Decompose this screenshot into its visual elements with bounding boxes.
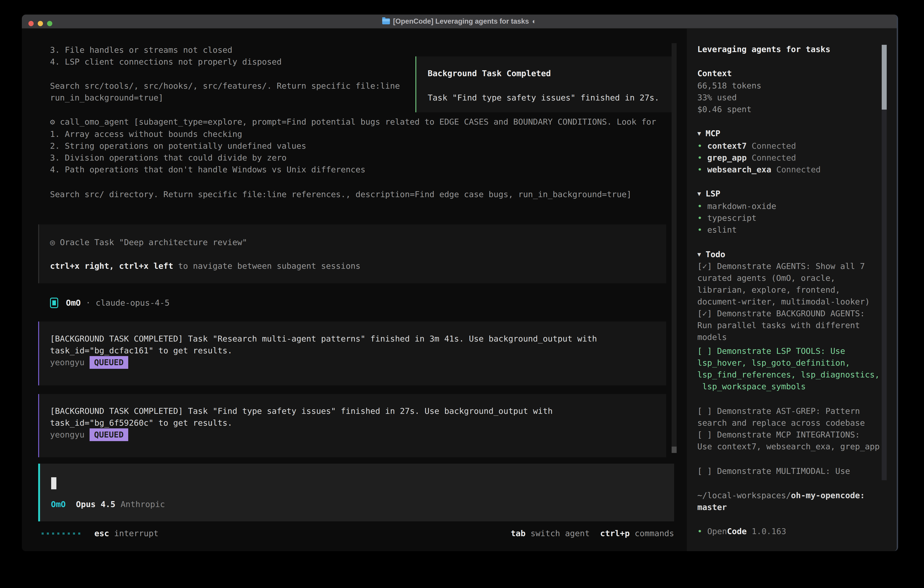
brand-code: Code (727, 525, 747, 537)
titlebar[interactable]: [OpenCode] Leveraging agents for tasks ◐ (22, 15, 897, 29)
lsp-name: eslint (707, 224, 737, 236)
mcp-status: Connected (776, 164, 820, 175)
lsp-name: typescript (707, 212, 757, 224)
separator-dot: · (86, 297, 91, 309)
tool-call-text: call_omo_agent [subagent_type=explore, p… (60, 117, 656, 126)
green-dot-icon: • (697, 525, 702, 537)
lsp-list: • markdown-oxide • typescript • eslint (697, 200, 776, 236)
esc-key-hint: esc (94, 527, 109, 539)
oracle-task-line: ◎ Oracle Task "Deep architecture review" (50, 236, 247, 248)
text-line: [ ] Demonstrate AST-GREP: Pattern (697, 405, 879, 417)
oracle-task-card: ◎ Oracle Task "Deep architecture review"… (38, 225, 666, 283)
text-line: [✓] Demonstrate BACKGROUND AGENTS: (697, 308, 870, 319)
green-dot-icon: • (697, 152, 702, 164)
window-content: 3. File handles or streams not closed4. … (22, 29, 897, 551)
oracle-task-text: Oracle Task "Deep architecture review" (60, 238, 247, 247)
context-heading: Context (697, 68, 732, 79)
green-dot-icon: • (697, 164, 702, 175)
todo-active-item: [ ] Demonstrate LSP TOOLS: Uselsp_hover,… (697, 345, 879, 393)
folder-icon (382, 18, 390, 24)
lsp-item: • markdown-oxide (697, 200, 776, 212)
git-branch: master (697, 501, 727, 513)
todo-heading: Todo (706, 249, 725, 260)
version-number: 1.0.163 (752, 525, 786, 537)
statusbar-left: esc interrupt (41, 527, 158, 539)
text-line: 2. String operations on potentially unde… (50, 140, 365, 152)
text-line: lsp_hover, lsp_goto_definition, (697, 357, 879, 369)
todo-section-header[interactable]: ▼ Todo (697, 249, 725, 260)
task-result-card: [BACKGROUND TASK COMPLETED] Task "Find t… (38, 394, 666, 457)
chevron-down-icon: ▼ (697, 188, 701, 200)
text-line: 66,518 tokens (697, 80, 761, 92)
version-row: • OpenCode 1.0.163 (697, 525, 786, 537)
tab-key-label: switch agent (530, 527, 589, 539)
mcp-item: • context7 Connected (697, 140, 821, 152)
sidebar-scrollbar-thumb[interactable] (882, 45, 887, 110)
task-result-card: [BACKGROUND TASK COMPLETED] Task "Resear… (38, 322, 666, 385)
text-line: 3. Division operations that could divide… (50, 152, 365, 164)
session-title: Leveraging agents for tasks (697, 43, 830, 55)
ctrlp-key-hint: ctrl+p (600, 527, 630, 539)
opencode-window: [OpenCode] Leveraging agents for tasks ◐… (22, 15, 898, 551)
task-user: yeongyu (50, 429, 84, 441)
text-line: document-writer, multimodal-looker) (697, 296, 870, 308)
text-line: models (697, 331, 870, 343)
chevron-down-icon: ▼ (697, 127, 701, 139)
agent-header: OmO · claude-opus-4-5 (50, 297, 170, 309)
ctrlp-key-label: commands (635, 527, 674, 539)
mcp-item: • grep_app Connected (697, 152, 821, 164)
lsp-section-header[interactable]: ▼ LSP (697, 188, 720, 200)
text-line: lsp_find_references, lsp_diagnostics, (697, 369, 879, 381)
chat-scrollbar-thumb[interactable] (672, 447, 676, 453)
text-line: [ ] Demonstrate MCP INTEGRATIONS: (697, 429, 879, 441)
workspace-dir: ~/local-workspaces/ (697, 491, 791, 500)
text-line: 3. File handles or streams not closed (50, 44, 282, 56)
input-model-name[interactable]: Opus 4.5 (76, 499, 115, 510)
workspace-path: ~/local-workspaces/oh-my-opencode: (697, 489, 865, 501)
mcp-list: • context7 Connected • grep_app Connecte… (697, 140, 821, 175)
text-line: 33% used (697, 92, 761, 104)
window-title-row: [OpenCode] Leveraging agents for tasks ◐ (22, 15, 897, 28)
spinner-dots-icon (41, 532, 80, 535)
target-icon: ◎ (50, 238, 55, 247)
text-line: [ ] Demonstrate MULTIMODAL: Use (697, 465, 850, 477)
oracle-hint-line: ctrl+x right, ctrl+x left to navigate be… (50, 260, 360, 272)
green-dot-icon: • (697, 224, 702, 236)
task-line-2: task_id="bg_6f59260c" to get results. (50, 417, 233, 429)
agent-model: claude-opus-4-5 (96, 297, 170, 309)
tab-key-hint: tab (511, 527, 525, 539)
workspace-repo: oh-my-opencode: (791, 491, 865, 500)
green-dot-icon: • (697, 212, 702, 224)
lsp-name: markdown-oxide (707, 200, 776, 212)
text-line: search and replace across codebase (697, 417, 879, 429)
esc-key-label: interrupt (114, 527, 158, 539)
mcp-section-header[interactable]: ▼ MCP (697, 127, 720, 139)
screen: [OpenCode] Leveraging agents for tasks ◐… (0, 0, 924, 588)
message-line: Search src/ directory. Return specific f… (50, 188, 632, 200)
input-agent-name[interactable]: OmO (51, 499, 66, 510)
task-line-1: [BACKGROUND TASK COMPLETED] Task "Resear… (50, 333, 597, 345)
message-lines: Search src/tools/, src/hooks/, src/featu… (50, 80, 400, 104)
green-dot-icon: • (697, 140, 702, 152)
text-line: librarian, explore, frontend, (697, 284, 870, 296)
task-line-2: task_id="bg_dcfac161" to get results. (50, 345, 233, 357)
status-badge: QUEUED (89, 428, 128, 441)
statusbar-right: tab switch agent ctrl+p commands (511, 527, 674, 539)
task-meta-row: yeongyu QUEUED (50, 356, 128, 369)
agent-name: OmO (66, 297, 81, 309)
lsp-item: • typescript (697, 212, 776, 224)
text-line: 4. LSP client connections not properly d… (50, 56, 282, 68)
notification-title: Background Task Completed (428, 68, 551, 79)
text-cursor (51, 477, 56, 489)
agent-icon (50, 297, 58, 308)
status-badge: QUEUED (89, 356, 128, 369)
chat-scrollbar-track[interactable] (672, 43, 676, 453)
lsp-heading: LSP (706, 188, 720, 200)
prompt-input[interactable]: OmO Opus 4.5 Anthropic (38, 464, 674, 521)
hint-keys: ctrl+x right, ctrl+x left (50, 261, 173, 271)
sidebar-scrollbar-track[interactable] (882, 45, 887, 480)
text-line: [✓] Demonstrate AGENTS: Show all 7 (697, 260, 870, 272)
text-line: curated agents (OmO, oracle, (697, 272, 870, 284)
moon-icon: ◐ (532, 15, 536, 28)
mcp-name: context7 (707, 140, 747, 152)
